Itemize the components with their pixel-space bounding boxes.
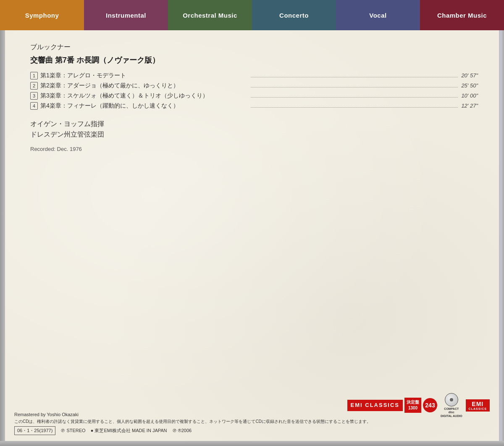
track-number-4: 4 xyxy=(30,102,38,110)
tab-concerto[interactable]: Concerto xyxy=(252,0,336,30)
main-content: ブルックナー 交響曲 第7番 ホ長調（ノヴァーク版） 1 第1楽章：アレグロ・モ… xyxy=(5,30,499,441)
copyright-text: このCDは、権利者の許諾なく賃貸業に使用すること、個人的な範囲を超える使用目的で… xyxy=(14,419,491,425)
track-number-1: 1 xyxy=(30,72,38,79)
track-duration-4: 12' 27" xyxy=(461,103,478,109)
cd-case: Symphony Instrumental Orchestral Music C… xyxy=(0,0,504,446)
tab-orchestral[interactable]: Orchestral Music xyxy=(168,0,252,30)
track-duration-3: 10' 00" xyxy=(461,92,478,99)
emi-classics-line1: EMI CLASSICS xyxy=(351,402,399,409)
track-title-3: 第3楽章：スケルツォ（極めて速く）＆トリオ（少しゆっくり） xyxy=(40,92,247,100)
ketteiban-badge: 決定盤 1300 xyxy=(404,398,421,413)
tab-symphony[interactable]: Symphony xyxy=(0,0,84,30)
orchestra-name: ドレスデン州立管弦楽団 xyxy=(30,130,478,139)
emi-classics-sub-text: CLASSICS xyxy=(469,407,487,410)
stereo-text: ℗ STEREO xyxy=(60,428,85,433)
emi-classics-badge: EMI CLASSICS xyxy=(347,400,403,411)
ketteiban-text1: 決定盤 xyxy=(407,399,419,405)
year-text: ℗ ®2006 xyxy=(172,428,192,433)
bottom-edge xyxy=(0,441,504,446)
ketteiban-text2: 1300 xyxy=(407,405,419,411)
tab-instrumental[interactable]: Instrumental xyxy=(84,0,168,30)
track-item: 1 第1楽章：アレグロ・モデラート 20' 57" xyxy=(30,72,478,79)
catalog-bar: 06・1・25(1977) ℗ STEREO ● 東芝EMI株式会社 MADE … xyxy=(14,426,491,435)
track-number-3: 3 xyxy=(30,92,38,100)
track-list: 1 第1楽章：アレグロ・モデラート 20' 57" 2 第2楽章：アダージョ（極… xyxy=(30,72,478,110)
track-dots-1 xyxy=(251,77,458,77)
track-duration-2: 25' 50" xyxy=(461,82,478,89)
track-duration-1: 20' 57" xyxy=(461,72,478,79)
track-dots-3 xyxy=(251,97,458,98)
track-item: 4 第4楽章：フィナーレ（躍動的に、しかし速くなく） 12' 27" xyxy=(30,102,478,110)
disc-circle-icon xyxy=(445,393,458,406)
emi-red-box: EMI CLASSICS xyxy=(466,399,490,412)
track-item: 2 第2楽章：アダージョ（極めて厳かに、ゆっくりと） 25' 50" xyxy=(30,82,478,90)
emi-text: EMI xyxy=(472,401,483,407)
left-edge xyxy=(0,30,5,446)
track-title-4: 第4楽章：フィナーレ（躍動的に、しかし速くなく） xyxy=(40,102,247,110)
remastered-text: Remastered by Yoshio Okazaki xyxy=(14,412,491,417)
track-title-1: 第1楽章：アレグロ・モデラート xyxy=(40,72,247,79)
work-title: 交響曲 第7番 ホ長調（ノヴァーク版） xyxy=(30,55,478,65)
track-title-2: 第2楽章：アダージョ（極めて厳かに、ゆっくりと） xyxy=(40,82,247,90)
nav-tabs: Symphony Instrumental Orchestral Music C… xyxy=(0,0,504,30)
track-number-2: 2 xyxy=(30,82,38,90)
number-243-badge: 243 xyxy=(423,398,437,412)
manufacturer-text: ● 東芝EMI株式会社 MADE IN JAPAN xyxy=(91,428,167,434)
bottom-text-area: Remastered by Yoshio Okazaki このCDは、権利者の許… xyxy=(14,412,491,435)
track-dots-2 xyxy=(251,87,458,87)
composer-name: ブルックナー xyxy=(30,43,478,52)
right-edge xyxy=(501,30,504,446)
catalog-number: 06・1・25(1977) xyxy=(14,426,55,435)
tab-chamber[interactable]: Chamber Music xyxy=(420,0,504,30)
tab-vocal[interactable]: Vocal xyxy=(336,0,420,30)
performer-section: オイゲン・ヨッフム指揮 ドレスデン州立管弦楽団 xyxy=(30,120,478,139)
recorded-info: Recorded: Dec. 1976 xyxy=(30,146,478,152)
track-dots-4 xyxy=(251,107,458,108)
track-item: 3 第3楽章：スケルツォ（極めて速く）＆トリオ（少しゆっくり） 10' 00" xyxy=(30,92,478,100)
conductor-name: オイゲン・ヨッフム指揮 xyxy=(30,120,478,129)
